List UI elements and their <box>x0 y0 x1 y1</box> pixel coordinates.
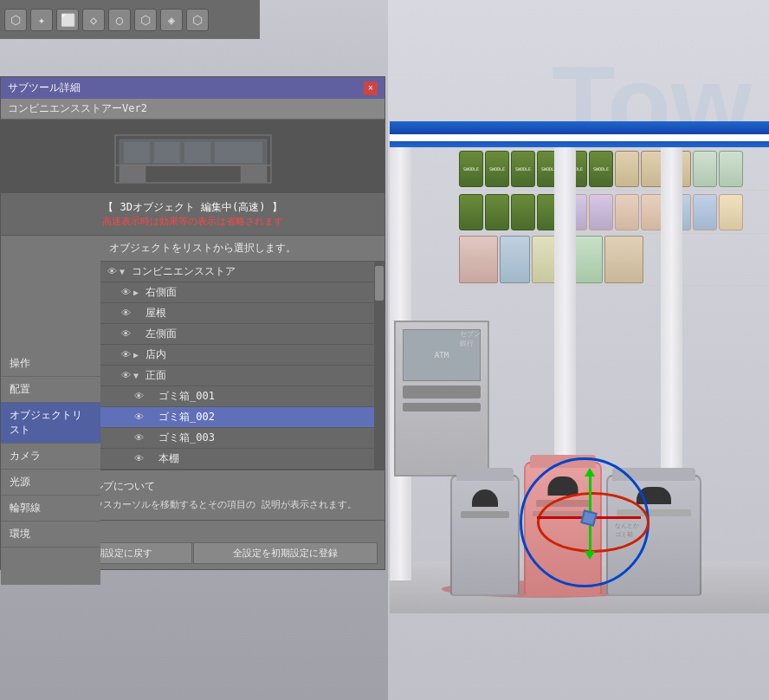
nav-item-camera[interactable]: カメラ <box>1 444 100 470</box>
eye-icon[interactable]: 👁 <box>104 266 120 278</box>
tree-item-roof[interactable]: 👁 屋根 <box>100 303 384 324</box>
content-area: 操作 配置 オブジェクトリスト カメラ 光源 輪郭線 環境 オブジェクトをリスト… <box>1 236 384 470</box>
atm-machine: ATM セブン銀行 <box>394 321 489 476</box>
shelf-can: SWODLE <box>589 151 613 187</box>
eye-icon[interactable]: 👁 <box>131 391 146 403</box>
svg-rect-2 <box>124 142 150 163</box>
shelf-can: SWODLE <box>459 151 483 187</box>
eye-icon[interactable]: 👁 <box>118 349 133 361</box>
warning-text: 高速表示時は効果等の表示は省略されます <box>8 215 378 228</box>
tree-label-left: 左側面 <box>145 327 177 341</box>
toolbar-icon-5[interactable]: ○ <box>108 9 131 31</box>
eye-icon[interactable]: 👁 <box>118 370 133 382</box>
tree-item-right-side[interactable]: 👁 ▶ 右側面 <box>100 282 384 303</box>
toolbar-icon-7[interactable]: ◈ <box>160 9 183 31</box>
shelf-can <box>511 194 535 230</box>
svg-rect-5 <box>215 142 262 163</box>
tree-item-bookshelf[interactable]: 👁 本棚 <box>100 449 384 470</box>
object-name-label: コンビニエンスストアーVer2 <box>8 102 147 114</box>
pillar-right <box>661 147 682 494</box>
dialog-titlebar: サブツール詳細 × <box>1 77 384 99</box>
nav-item-operation[interactable]: 操作 <box>1 351 100 377</box>
shelf-can-blue <box>693 194 717 230</box>
toolbar: ⬡ ✦ ⬜ ◇ ○ ⬡ ◈ ⬡ <box>0 0 260 39</box>
tree-label-front: 正面 <box>145 368 166 383</box>
shelf-bottle <box>459 236 498 283</box>
tree-item-interior[interactable]: 👁 ▶ 店内 <box>100 345 384 366</box>
tree-scroll-thumb[interactable] <box>375 266 384 301</box>
tree-arrow: ▼ <box>120 267 132 276</box>
store-canopy-white <box>390 134 769 141</box>
tree-container: 👁 ▼ コンビニエンスストア 👁 ▶ 右側面 👁 屋根 <box>100 262 384 470</box>
shelf-area: SWODLE SWODLE SWODLE SWODLE SWODLE SWODL… <box>457 147 769 286</box>
shelf-can: SWODLE <box>485 151 509 187</box>
svg-rect-8 <box>241 166 267 182</box>
tree-list: 👁 ▼ コンビニエンスストア 👁 ▶ 右側面 👁 屋根 <box>100 262 384 470</box>
toolbar-icon-1[interactable]: ⬡ <box>4 9 27 31</box>
tree-label-bookshelf: 本棚 <box>158 451 179 466</box>
tree-item-left-side[interactable]: 👁 左側面 <box>100 324 384 345</box>
svg-rect-3 <box>154 142 180 163</box>
list-description: オブジェクトをリストから選択します。 <box>100 236 384 262</box>
eye-icon[interactable]: 👁 <box>118 328 133 340</box>
tree-item-trash-001[interactable]: 👁 ゴミ箱_001 <box>100 386 384 407</box>
eye-icon[interactable]: 👁 <box>131 432 146 444</box>
shelf-can <box>459 194 483 230</box>
tree-label-right: 右側面 <box>145 285 177 300</box>
object-name-bar: コンビニエンスストアーVer2 <box>1 99 384 120</box>
eye-icon[interactable]: 👁 <box>118 287 133 299</box>
svg-rect-7 <box>120 166 145 182</box>
eye-icon[interactable]: 👁 <box>118 308 133 320</box>
dialog-close-button[interactable]: × <box>364 81 378 95</box>
tree-label-store: コンビニエンスストア <box>132 264 236 279</box>
tree-scrollbar[interactable] <box>374 262 384 470</box>
subtool-dialog: サブツール詳細 × コンビニエンスストアーVer2 【 3Dオブジェクト 編集中… <box>0 76 385 570</box>
preview-area <box>1 120 384 193</box>
register-as-default-button[interactable]: 全設定を初期設定に登録 <box>193 542 378 564</box>
nav-item-env[interactable]: 環境 <box>1 522 100 548</box>
left-nav: 操作 配置 オブジェクトリスト カメラ 光源 輪郭線 環境 <box>1 351 100 585</box>
tree-arrow: ▶ <box>133 288 145 297</box>
shelf-can: SWODLE <box>511 151 535 187</box>
tree-item-trash-002[interactable]: 👁 ゴミ箱_002 <box>100 407 384 428</box>
dialog-title: サブツール詳細 <box>8 81 81 95</box>
shelf-can-orange <box>615 194 639 230</box>
atm-label: セブン銀行 <box>460 329 481 348</box>
tree-label-trash002: ゴミ箱_002 <box>158 410 215 425</box>
toolbar-icon-4[interactable]: ◇ <box>82 9 105 31</box>
shelf-can-purple <box>589 194 613 230</box>
nav-item-light[interactable]: 光源 <box>1 470 100 496</box>
trash-label-slot <box>461 511 509 518</box>
tree-arrow: ▶ <box>133 350 145 360</box>
nav-item-object-list[interactable]: オブジェクトリスト <box>1 403 100 444</box>
tree-label-trash001: ゴミ箱_001 <box>158 389 215 404</box>
toolbar-icon-2[interactable]: ✦ <box>30 9 53 31</box>
tree-item-front[interactable]: 👁 ▼ 正面 <box>100 366 384 386</box>
nav-item-placement[interactable]: 配置 <box>1 377 100 403</box>
svg-rect-4 <box>184 142 210 163</box>
editing-status-text: 【 3Dオブジェクト 編集中(高速) 】 <box>8 200 378 215</box>
tree-arrow: ▼ <box>133 371 145 380</box>
toolbar-icon-3[interactable]: ⬜ <box>56 9 79 31</box>
right-panel: オブジェクトをリストから選択します。 👁 ▼ コンビニエンスストア 👁 ▶ <box>100 236 384 470</box>
tree-label-trash003: ゴミ箱_003 <box>158 431 215 445</box>
preview-sketch <box>107 126 280 187</box>
shelf-can-green <box>693 151 717 187</box>
trash-bin-gray-left <box>450 475 520 596</box>
tree-item-store[interactable]: 👁 ▼ コンビニエンスストア <box>100 262 384 282</box>
shelf-bottle <box>604 236 643 283</box>
eye-icon[interactable]: 👁 <box>131 412 146 424</box>
shelf-bottle <box>500 236 530 283</box>
info-area: 【 3Dオブジェクト 編集中(高速) 】 高速表示時は効果等の表示は省略されます <box>1 193 384 236</box>
description-text: オブジェクトをリストから選択します。 <box>109 242 296 254</box>
tree-label-roof: 屋根 <box>145 306 166 321</box>
tree-item-trash-003[interactable]: 👁 ゴミ箱_003 <box>100 428 384 449</box>
toolbar-icon-6[interactable]: ⬡ <box>134 9 157 31</box>
atm-slot2 <box>403 403 481 412</box>
toolbar-icon-8[interactable]: ⬡ <box>186 9 209 31</box>
nav-item-outline[interactable]: 輪郭線 <box>1 496 100 522</box>
transform-gizmo <box>546 475 649 579</box>
shelf-can-green <box>719 151 743 187</box>
eye-icon[interactable]: 👁 <box>131 453 146 465</box>
atm-slot <box>403 386 481 399</box>
